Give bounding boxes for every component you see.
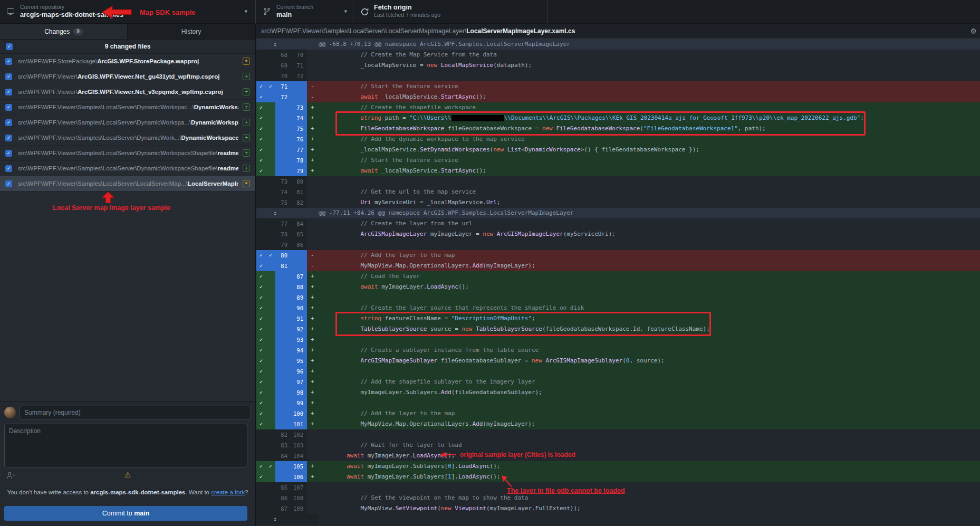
line-select-check[interactable]: ✓ xyxy=(256,472,266,482)
file-row[interactable]: ✓src\WPF\WPF.Viewer\ArcGIS.WPF.Viewer.Ne… xyxy=(0,69,255,84)
line-select-check[interactable]: ✓ xyxy=(256,113,266,123)
line-select-check[interactable]: ✓ xyxy=(256,408,266,419)
select-all-checkbox[interactable]: ✓ xyxy=(6,43,13,50)
line-select-check xyxy=(256,229,266,240)
diff-options-gear-icon[interactable]: ⚙ xyxy=(970,24,977,39)
line-select-check[interactable]: ✓ xyxy=(256,155,266,166)
commit-description-input[interactable] xyxy=(4,424,247,467)
fetch-last-fetched: Last fetched 7 minutes ago xyxy=(374,12,543,18)
expand-hunk-icon[interactable]: ↕ xyxy=(273,514,277,524)
line-select-check[interactable]: ✓ xyxy=(256,145,266,155)
line-select-check[interactable]: ✓ xyxy=(256,102,266,113)
file-row[interactable]: ✓src\WPF\WPF.Viewer\Samples\LocalServer\… xyxy=(0,100,255,115)
line-select-check[interactable]: ✓ xyxy=(256,398,266,408)
old-line-number xyxy=(275,387,291,398)
line-select-check[interactable]: ✓ xyxy=(256,123,266,134)
diff-marker: + xyxy=(307,282,319,292)
line-select-check[interactable]: ✓ xyxy=(256,271,266,282)
line-select-check[interactable]: ✓ xyxy=(256,419,266,429)
line-select-check[interactable]: ✓ xyxy=(256,303,266,313)
new-line-number: 104 xyxy=(291,451,307,461)
file-row[interactable]: ✓src\WPF\WPF.Viewer\Samples\LocalServer\… xyxy=(0,146,255,161)
line-select-check-2[interactable]: ✓ xyxy=(266,461,275,472)
line-select-check-2 xyxy=(266,60,275,71)
branch-selector[interactable]: Current branch main ▾ xyxy=(256,0,353,24)
line-select-check[interactable]: ✓ xyxy=(256,356,266,366)
line-select-check[interactable]: ✓ xyxy=(256,282,266,292)
file-include-checkbox[interactable]: ✓ xyxy=(5,89,12,95)
file-include-checkbox[interactable]: ✓ xyxy=(5,150,12,157)
file-row[interactable]: ✓src\WPF\WPF.StorePackage\ArcGIS.WPF.Sto… xyxy=(0,54,255,69)
expand-hunk-icon[interactable]: ↕ xyxy=(273,208,277,218)
file-row[interactable]: ✓src\WPF\WPF.Viewer\ArcGIS.WPF.Viewer.Ne… xyxy=(0,84,255,100)
diff-row-73: ✓73+ // Create the shapefile workspace xyxy=(256,102,980,113)
old-line-number xyxy=(275,123,291,134)
line-select-check[interactable]: ✓ xyxy=(256,334,266,345)
file-include-checkbox[interactable]: ✓ xyxy=(5,119,12,126)
file-row[interactable]: ✓src\WPF\WPF.Viewer\Samples\LocalServer\… xyxy=(0,115,255,130)
line-select-check[interactable]: ✓ xyxy=(256,81,266,92)
old-line-number: 75 xyxy=(275,197,291,208)
line-select-check xyxy=(256,187,266,197)
diff-marker: - xyxy=(307,81,319,92)
expand-hunk-icon[interactable]: ↕ xyxy=(273,39,277,50)
old-line-number xyxy=(275,145,291,155)
diff-marker: + xyxy=(307,419,319,429)
file-include-checkbox[interactable]: ✓ xyxy=(5,165,12,172)
diff-row-71: 6971 _localMapService = new LocalMapServ… xyxy=(256,60,980,71)
diff-row-97: ✓97+ // Add the shapefile sublayer to th… xyxy=(256,377,980,387)
code-line xyxy=(319,482,980,493)
line-select-check[interactable]: ✓ xyxy=(256,461,266,472)
line-select-check[interactable]: ✓ xyxy=(256,292,266,303)
line-select-check-2[interactable]: ✓ xyxy=(266,81,275,92)
old-line-number xyxy=(275,345,291,356)
new-line-number xyxy=(291,250,307,261)
diff-marker: + xyxy=(307,155,319,166)
file-path: src\WPF\WPF.Viewer\Samples\LocalServer\D… xyxy=(18,165,238,171)
file-include-checkbox[interactable]: ✓ xyxy=(5,135,12,141)
file-row[interactable]: ✓src\WPF\WPF.Viewer\Samples\LocalServer\… xyxy=(0,176,255,192)
file-include-checkbox[interactable]: ✓ xyxy=(5,58,12,65)
commit-summary-input[interactable] xyxy=(20,406,251,419)
file-path: src\WPF\WPF.Viewer\Samples\LocalServer\D… xyxy=(18,119,238,126)
file-row[interactable]: ✓src\WPF\WPF.Viewer\Samples\LocalServer\… xyxy=(0,130,255,146)
line-select-check[interactable]: ✓ xyxy=(256,366,266,377)
changed-files-count: 9 changed files xyxy=(105,43,151,50)
file-include-checkbox[interactable]: ✓ xyxy=(5,180,12,187)
diff-row-72: ✓72- await _localMapService.StartAsync()… xyxy=(256,92,980,102)
line-select-check[interactable]: ✓ xyxy=(256,134,266,145)
line-select-check[interactable]: ✓ xyxy=(256,387,266,398)
line-select-check[interactable]: ✓ xyxy=(256,377,266,387)
line-select-check xyxy=(256,71,266,81)
diff-marker: + xyxy=(307,366,319,377)
warning-repo-name: arcgis-maps-sdk-dotnet-samples xyxy=(90,489,185,495)
file-row[interactable]: ✓src\WPF\WPF.Viewer\Samples\LocalServer\… xyxy=(0,161,255,176)
tab-changes[interactable]: Changes 9 xyxy=(0,24,128,39)
code-line: // Create a sublayer instance from the t… xyxy=(319,345,980,356)
new-line-number: 82 xyxy=(291,197,307,208)
line-select-check[interactable]: ✓ xyxy=(256,345,266,356)
code-line: // Get the url to the map service xyxy=(319,187,980,197)
line-select-check[interactable]: ✓ xyxy=(256,92,266,102)
file-include-checkbox[interactable]: ✓ xyxy=(5,104,12,111)
code-line xyxy=(319,71,980,81)
line-select-check[interactable]: ✓ xyxy=(256,166,266,176)
commit-button[interactable]: Commit to main xyxy=(4,506,247,521)
tab-history[interactable]: History xyxy=(128,24,255,39)
create-fork-link[interactable]: create a fork xyxy=(211,489,245,495)
fetch-origin-button[interactable]: Fetch origin Last fetched 7 minutes ago xyxy=(354,0,548,24)
new-line-number: 72 xyxy=(291,71,307,81)
diff-row-98: ✓98+ myImageLayer.Sublayers.Add(fileGeod… xyxy=(256,387,980,398)
line-select-check[interactable]: ✓ xyxy=(256,313,266,324)
old-line-number: 81 xyxy=(275,261,291,271)
line-select-check-2 xyxy=(266,503,275,514)
line-select-check[interactable]: ✓ xyxy=(256,324,266,334)
line-select-check[interactable]: ✓ xyxy=(256,261,266,271)
diff-row-102: 82102 xyxy=(256,429,980,440)
line-select-check-2[interactable]: ✓ xyxy=(266,250,275,261)
line-select-check[interactable]: ✓ xyxy=(256,250,266,261)
file-include-checkbox[interactable]: ✓ xyxy=(5,73,12,80)
line-select-check-2 xyxy=(266,313,275,324)
diff-row-84: 7784 // Create the layer from the url xyxy=(256,218,980,229)
new-line-number: 88 xyxy=(291,282,307,292)
